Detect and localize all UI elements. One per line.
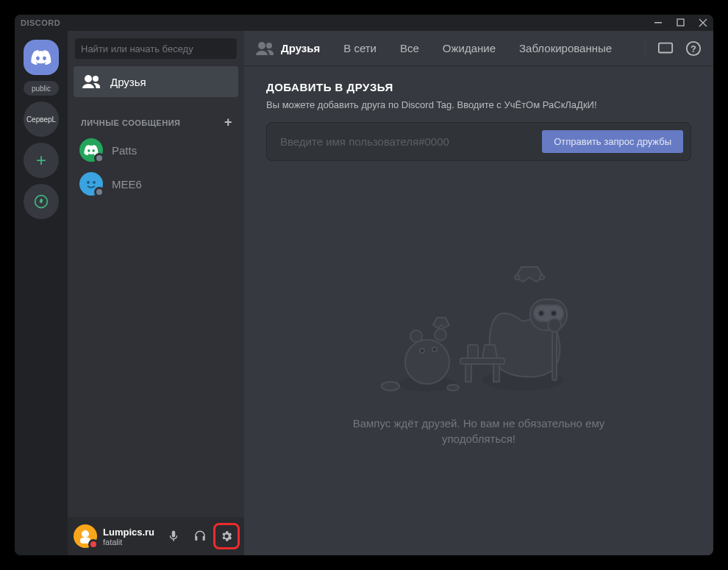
svg-point-5 — [82, 530, 89, 538]
svg-rect-1 — [677, 19, 684, 26]
svg-point-30 — [447, 385, 459, 391]
add-friend-subtitle: Вы можете добавить друга по Discord Tag.… — [266, 99, 691, 110]
svg-point-17 — [540, 275, 544, 279]
gear-icon — [220, 530, 233, 543]
chat-plus-icon — [657, 40, 674, 57]
svg-point-26 — [435, 329, 446, 341]
svg-point-27 — [420, 349, 424, 353]
friends-icon — [256, 42, 274, 55]
user-panel: Lumpics.ru fatalit — [68, 517, 244, 555]
tab-blocked[interactable]: Заблокированные — [513, 40, 618, 56]
tab-all[interactable]: Все — [394, 40, 425, 56]
dm-item-label: MEE6 — [112, 178, 142, 190]
friends-nav-button[interactable]: Друзья — [74, 66, 238, 97]
svg-point-15 — [551, 310, 557, 316]
titlebar: DISCORD — [15, 15, 713, 31]
dm-item-label: Patts — [112, 144, 137, 157]
server-item-1[interactable]: СерверL — [24, 101, 59, 137]
window-minimize-button[interactable] — [654, 18, 663, 27]
svg-rect-23 — [468, 345, 478, 358]
user-tag: fatalit — [103, 538, 156, 546]
empty-state-text: Вампус ждёт друзей. Но вам не обязательн… — [324, 416, 633, 446]
headphones-icon — [193, 530, 207, 543]
friends-nav-label: Друзья — [110, 76, 146, 88]
svg-point-4 — [93, 181, 96, 184]
explore-servers-button[interactable] — [24, 184, 59, 219]
friends-icon — [82, 75, 100, 88]
window-close-button[interactable] — [699, 18, 707, 27]
send-friend-request-button[interactable]: Отправить запрос дружбы — [542, 130, 683, 153]
status-offline-icon — [94, 187, 104, 197]
dm-item-mee6[interactable]: MEE6 — [74, 168, 238, 200]
server-home-button[interactable] — [24, 40, 59, 75]
svg-rect-22 — [493, 364, 499, 382]
svg-point-3 — [87, 181, 90, 184]
svg-rect-7 — [659, 43, 672, 52]
add-friend-title: ДОБАВИТЬ В ДРУЗЬЯ — [266, 81, 691, 93]
dm-header: ЛИЧНЫЕ СООБЩЕНИЯ + — [68, 103, 244, 133]
tab-online[interactable]: В сети — [338, 40, 382, 56]
server-public-badge[interactable]: public — [24, 81, 59, 96]
svg-rect-20 — [460, 358, 504, 364]
window-maximize-button[interactable] — [677, 18, 685, 27]
mute-mic-button[interactable] — [162, 524, 185, 548]
svg-point-16 — [515, 275, 519, 279]
wumpus-illustration — [346, 255, 611, 402]
user-settings-button[interactable] — [215, 524, 238, 548]
titlebar-title: DISCORD — [21, 18, 60, 27]
svg-point-14 — [538, 310, 544, 316]
server-rail: public СерверL + — [15, 31, 68, 555]
topbar-title: Друзья — [256, 42, 320, 55]
help-icon: ? — [685, 40, 702, 57]
user-name: Lumpics.ru — [103, 527, 156, 538]
svg-point-29 — [382, 382, 399, 391]
main-content: Друзья В сети Все Ожидание Заблокированн… — [244, 31, 713, 555]
svg-point-25 — [410, 330, 422, 342]
divider — [645, 40, 646, 57]
tab-pending[interactable]: Ожидание — [437, 40, 502, 56]
new-group-dm-button[interactable] — [657, 40, 674, 57]
svg-point-24 — [405, 340, 449, 384]
status-dnd-icon — [88, 539, 99, 549]
topbar: Друзья В сети Все Ожидание Заблокированн… — [244, 31, 713, 66]
avatar — [79, 138, 103, 162]
add-friend-input[interactable] — [274, 132, 542, 151]
create-dm-button[interactable]: + — [224, 115, 232, 130]
discord-logo-icon — [31, 50, 51, 65]
add-friend-input-row: Отправить запрос дружбы — [266, 122, 691, 161]
help-button[interactable]: ? — [685, 40, 702, 57]
app-window: DISCORD public СерверL + Найти или начат… — [15, 15, 713, 555]
svg-rect-21 — [465, 364, 471, 382]
svg-point-28 — [432, 347, 437, 352]
empty-state: Вампус ждёт друзей. Но вам не обязательн… — [266, 161, 691, 541]
channel-panel: Найти или начать беседу Друзья ЛИЧНЫЕ СО… — [68, 31, 244, 555]
add-server-button[interactable]: + — [24, 143, 59, 178]
user-info[interactable]: Lumpics.ru fatalit — [103, 527, 156, 546]
dm-item-patts[interactable]: Patts — [74, 134, 238, 166]
microphone-icon — [167, 530, 180, 543]
svg-rect-18 — [552, 329, 557, 380]
user-avatar[interactable] — [74, 524, 97, 548]
find-conversation-button[interactable]: Найти или начать беседу — [75, 38, 237, 59]
status-offline-icon — [94, 153, 104, 163]
avatar — [79, 172, 103, 196]
svg-text:?: ? — [690, 43, 696, 54]
deafen-button[interactable] — [188, 524, 212, 548]
svg-rect-0 — [654, 22, 662, 24]
svg-point-19 — [548, 318, 561, 332]
compass-icon — [34, 194, 49, 209]
